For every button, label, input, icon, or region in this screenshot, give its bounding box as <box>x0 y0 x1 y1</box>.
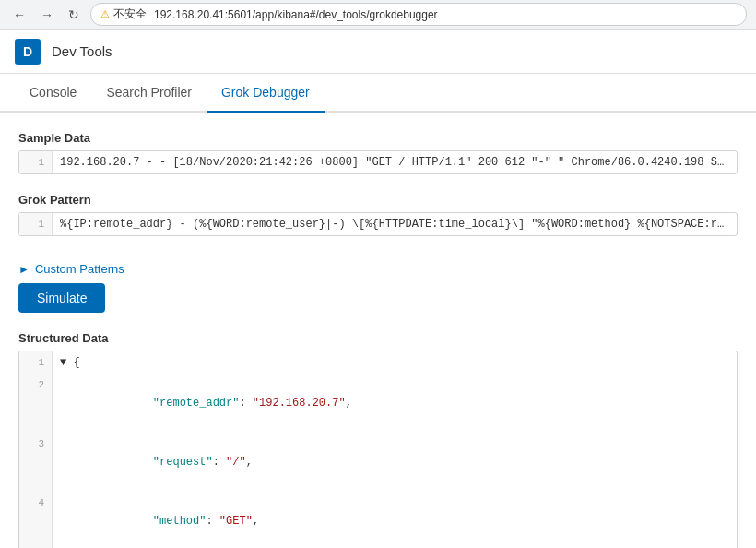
grok-pattern-section: Grok Pattern 1 %{IP:remote_addr} - (%{WO… <box>18 193 738 236</box>
tab-search-profiler[interactable]: Search Profiler <box>91 74 207 113</box>
structured-data-output: 1 ▼ { 2 "remote_addr": "192.168.20.7", 3… <box>18 351 738 548</box>
security-label: 不安全 <box>113 6 147 22</box>
grok-pattern-editor[interactable]: 1 %{IP:remote_addr} - (%{WORD:remote_use… <box>18 212 738 236</box>
tab-navigation: Console Search Profiler Grok Debugger <box>0 74 756 113</box>
grok-line-number: 1 <box>19 213 53 235</box>
reload-button[interactable]: ↻ <box>65 6 83 24</box>
main-content: Sample Data 1 192.168.20.7 - - [18/Nov/2… <box>0 113 756 548</box>
json-method: "method": "GET", <box>53 492 266 548</box>
json-remote-addr: "remote_addr": "192.168.20.7", <box>53 374 360 433</box>
grok-pattern-content: %{IP:remote_addr} - (%{WORD:remote_user}… <box>53 213 737 235</box>
app-header: D Dev Tools <box>0 30 756 74</box>
grok-pattern-line: 1 %{IP:remote_addr} - (%{WORD:remote_use… <box>19 213 737 235</box>
app-logo: D <box>15 39 41 65</box>
line-num-3: 3 <box>19 433 53 492</box>
browser-bar: ← → ↻ ⚠ 不安全 192.168.20.41:5601/app/kiban… <box>0 0 756 30</box>
tab-console[interactable]: Console <box>15 74 91 113</box>
line-number-1: 1 <box>19 151 53 173</box>
forward-button[interactable]: → <box>37 6 57 24</box>
sample-data-section: Sample Data 1 192.168.20.7 - - [18/Nov/2… <box>18 131 738 174</box>
simulate-button[interactable]: Simulate <box>18 283 105 313</box>
sample-data-editor[interactable]: 1 192.168.20.7 - - [18/Nov/2020:21:42:26… <box>18 150 738 174</box>
url-bar[interactable]: ⚠ 不安全 192.168.20.41:5601/app/kibana#/dev… <box>90 3 747 26</box>
line-num-1: 1 <box>19 351 53 374</box>
url-text: 192.168.20.41:5601/app/kibana#/dev_tools… <box>154 8 438 21</box>
line-num-2: 2 <box>19 374 53 433</box>
sample-data-line: 1 192.168.20.7 - - [18/Nov/2020:21:42:26… <box>19 151 737 173</box>
sample-data-content: 192.168.20.7 - - [18/Nov/2020:21:42:26 +… <box>53 151 737 173</box>
custom-patterns-label: Custom Patterns <box>35 262 124 276</box>
structured-data-label: Structured Data <box>18 331 738 345</box>
back-button[interactable]: ← <box>9 6 30 24</box>
security-icon: ⚠ <box>100 8 110 20</box>
json-open-brace: ▼ { <box>53 351 88 374</box>
tab-grok-debugger[interactable]: Grok Debugger <box>207 74 325 113</box>
app-title: Dev Tools <box>52 43 112 59</box>
json-request: "request": "/", <box>53 433 260 492</box>
grok-pattern-label: Grok Pattern <box>18 193 738 207</box>
json-line-4: 4 "method": "GET", <box>19 492 737 548</box>
chevron-right-icon: ► <box>18 263 30 276</box>
line-num-4: 4 <box>19 492 53 548</box>
custom-patterns-toggle[interactable]: ► Custom Patterns <box>18 255 738 283</box>
json-line-1: 1 ▼ { <box>19 351 737 374</box>
structured-data-section: Structured Data 1 ▼ { 2 "remote_addr": "… <box>18 331 738 548</box>
json-line-2: 2 "remote_addr": "192.168.20.7", <box>19 374 737 433</box>
json-line-3: 3 "request": "/", <box>19 433 737 492</box>
sample-data-label: Sample Data <box>18 131 738 145</box>
